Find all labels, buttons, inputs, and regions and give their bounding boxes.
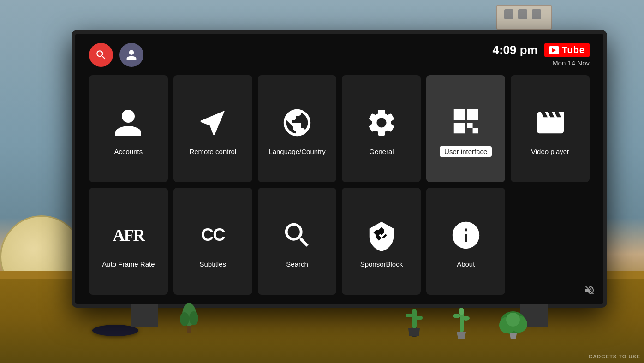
menu-item-about[interactable]: About	[426, 188, 505, 295]
svg-point-15	[506, 313, 520, 327]
user-interface-icon	[447, 103, 484, 140]
menu-item-video-player[interactable]: Video player	[511, 75, 590, 182]
tv-screen: 4:09 pm Tube Mon 14 Nov	[75, 34, 603, 304]
profile-button[interactable]	[119, 43, 143, 67]
menu-item-general[interactable]: General	[342, 75, 421, 182]
menu-item-user-interface[interactable]: User interface	[426, 75, 505, 182]
svg-point-9	[453, 314, 460, 318]
language-label: Language/Country	[268, 148, 325, 155]
video-player-icon	[532, 104, 569, 141]
date-display: Mon 14 Nov	[552, 59, 590, 67]
menu-grid: Accounts Remote control Language/Country	[89, 75, 590, 295]
svg-point-3	[189, 311, 198, 325]
remote-control-label: Remote control	[189, 148, 236, 155]
search-menu-icon	[279, 217, 316, 254]
header: 4:09 pm Tube Mon 14 Nov	[89, 43, 590, 67]
auto-frame-rate-label: Auto Frame Rate	[102, 260, 155, 268]
plant-4	[498, 307, 528, 339]
menu-item-language[interactable]: Language/Country	[258, 75, 337, 182]
accounts-label: Accounts	[114, 148, 143, 155]
svg-rect-7	[416, 316, 423, 320]
language-icon	[279, 104, 316, 141]
plant-1	[178, 301, 201, 338]
mute-icon	[584, 285, 595, 298]
about-icon	[447, 217, 484, 254]
menu-item-accounts[interactable]: Accounts	[89, 75, 168, 182]
general-icon	[363, 104, 400, 141]
plant-2	[401, 300, 427, 339]
svg-point-2	[180, 312, 189, 326]
search-icon	[95, 49, 107, 61]
plant-3	[447, 304, 475, 339]
menu-item-auto-frame-rate[interactable]: AFR Auto Frame Rate	[89, 188, 168, 295]
menu-item-search[interactable]: Search	[258, 188, 337, 295]
screen-content: 4:09 pm Tube Mon 14 Nov	[75, 34, 603, 304]
video-player-label: Video player	[531, 148, 569, 155]
menu-item-remote-control[interactable]: Remote control	[173, 75, 252, 182]
header-right: 4:09 pm Tube Mon 14 Nov	[492, 43, 590, 67]
remote-control-icon	[194, 104, 231, 141]
tv-frame: 1+	[72, 30, 607, 308]
watermark: GADGETS TO USE	[589, 354, 640, 359]
clock: 4:09 pm	[492, 43, 537, 57]
svg-point-11	[459, 308, 464, 315]
svg-rect-5	[412, 309, 417, 328]
svg-point-10	[462, 316, 470, 321]
auto-frame-rate-icon: AFR	[110, 217, 147, 254]
sponsorblock-icon	[363, 217, 400, 254]
youtube-badge: Tube	[544, 43, 590, 57]
subtitles-icon: CC	[194, 217, 231, 254]
menu-item-subtitles[interactable]: CC Subtitles	[173, 188, 252, 295]
profile-icon	[125, 49, 137, 61]
svg-rect-6	[406, 314, 413, 317]
empty-cell	[511, 188, 590, 295]
general-label: General	[369, 148, 394, 155]
search-label: Search	[286, 260, 308, 268]
wall-outlet	[496, 5, 552, 30]
accounts-icon	[110, 104, 147, 141]
subtitles-label: Subtitles	[199, 260, 226, 268]
search-button[interactable]	[89, 43, 113, 67]
about-label: About	[457, 260, 475, 268]
youtube-play-icon	[549, 46, 559, 54]
time-row: 4:09 pm Tube	[492, 43, 590, 57]
user-interface-label: User interface	[440, 146, 492, 157]
sponsorblock-label: SponsorBlock	[360, 260, 403, 268]
menu-item-sponsorblock[interactable]: SponsorBlock	[342, 188, 421, 295]
header-left	[89, 43, 143, 67]
youtube-label: Tube	[562, 45, 585, 55]
